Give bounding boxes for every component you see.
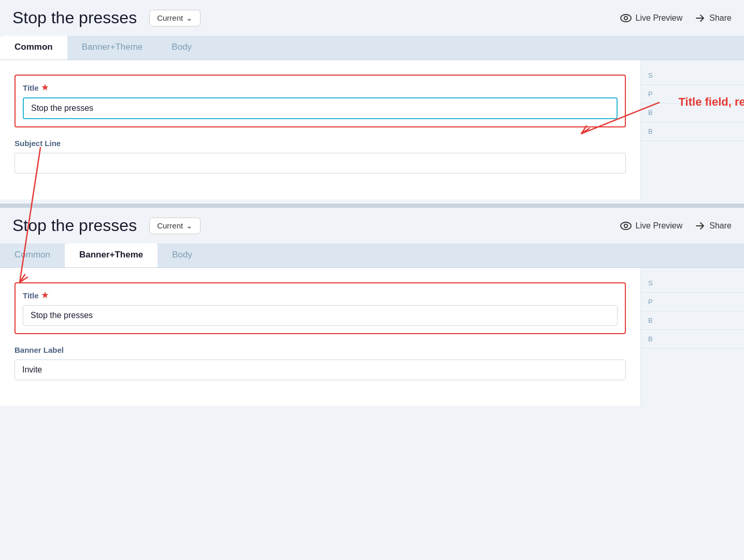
tab-banner-theme-bottom[interactable]: Banner+Theme xyxy=(65,243,158,267)
title-input-bottom[interactable] xyxy=(23,305,618,326)
panel-divider xyxy=(0,204,744,208)
current-dropdown-top[interactable]: Current ⌄ xyxy=(149,10,201,26)
share-button-bottom[interactable]: Share xyxy=(695,221,732,231)
live-preview-button-top[interactable]: Live Preview xyxy=(620,13,683,23)
live-preview-label-bottom: Live Preview xyxy=(636,221,683,231)
right-panel-item-b1: B xyxy=(641,104,744,122)
chevron-down-icon-top: ⌄ xyxy=(186,13,193,23)
header-bottom: Stop the presses Current ⌄ Live Preview xyxy=(0,208,744,243)
main-container: Stop the presses Current ⌄ Live Preview xyxy=(0,0,744,410)
tab-banner-theme-top[interactable]: Banner+Theme xyxy=(67,36,158,60)
required-star-top: ★ xyxy=(41,83,48,92)
subject-line-label-top: Subject Line xyxy=(15,139,626,148)
header-right-bottom: Live Preview Share xyxy=(620,221,732,231)
right-panel-top: S P B B xyxy=(640,60,744,199)
page-title-bottom: Stop the presses xyxy=(12,216,137,235)
right-panel-item-b2: B xyxy=(641,122,744,141)
tab-common-bottom[interactable]: Common xyxy=(0,243,65,267)
right-panel-bottom-p: P xyxy=(641,293,744,311)
title-annotation-container-top: Title ★ Title field, repeated on each ta… xyxy=(15,75,626,127)
right-panel-item-s: S xyxy=(641,66,744,85)
share-button-top[interactable]: Share xyxy=(695,13,732,23)
banner-label-input-bottom[interactable] xyxy=(15,360,626,380)
share-label-top: Share xyxy=(709,13,732,23)
tab-body-top[interactable]: Body xyxy=(157,36,206,60)
content-wrap-bottom: Title ★ xyxy=(0,268,744,406)
dropdown-label-top: Current xyxy=(157,13,183,22)
tab-body-bottom[interactable]: Body xyxy=(158,243,207,267)
panel-bottom: Stop the presses Current ⌄ Live Preview xyxy=(0,208,744,410)
title-field-box-top: Title ★ xyxy=(15,75,626,127)
eye-icon-top xyxy=(620,14,632,22)
tabs-row-bottom: Common Banner+Theme Body xyxy=(0,243,744,268)
right-panel-bottom-b1: B xyxy=(641,311,744,330)
current-dropdown-bottom[interactable]: Current ⌄ xyxy=(149,218,201,234)
tabs-row-top: Common Banner+Theme Body xyxy=(0,36,744,60)
header-right-top: Live Preview Share xyxy=(620,13,732,23)
required-star-bottom: ★ xyxy=(41,291,48,300)
title-label-top: Title ★ xyxy=(23,83,618,92)
form-area-bottom: Title ★ xyxy=(0,268,640,406)
banner-label-group-bottom: Banner Label xyxy=(15,346,626,380)
right-panel-bottom-b2: B xyxy=(641,330,744,349)
share-label-bottom: Share xyxy=(709,221,732,231)
share-icon-bottom xyxy=(695,221,705,231)
dropdown-label-bottom: Current xyxy=(157,221,183,230)
svg-point-3 xyxy=(624,224,627,227)
live-preview-label-top: Live Preview xyxy=(636,13,683,23)
svg-point-2 xyxy=(621,222,631,229)
share-icon-top xyxy=(695,13,705,23)
right-panel-bottom-s: S xyxy=(641,274,744,293)
content-wrap-top: Title ★ Title field, repeated on each ta… xyxy=(0,60,744,199)
header-top: Stop the presses Current ⌄ Live Preview xyxy=(0,0,744,36)
title-input-top[interactable] xyxy=(23,97,618,119)
live-preview-button-bottom[interactable]: Live Preview xyxy=(620,221,683,231)
form-area-top: Title ★ Title field, repeated on each ta… xyxy=(0,60,640,199)
eye-icon-bottom xyxy=(620,222,632,230)
chevron-down-icon-bottom: ⌄ xyxy=(186,221,193,231)
subject-line-input-top[interactable] xyxy=(15,153,626,174)
svg-point-0 xyxy=(621,15,631,22)
right-panel-bottom: S P B B xyxy=(640,268,744,406)
right-panel-item-p: P xyxy=(641,85,744,104)
subject-line-group-top: Subject Line xyxy=(15,139,626,174)
tab-common-top[interactable]: Common xyxy=(0,36,67,60)
title-field-box-bottom: Title ★ xyxy=(15,282,626,334)
title-label-bottom: Title ★ xyxy=(23,291,618,300)
title-annotation-container-bottom: Title ★ xyxy=(15,282,626,334)
panel-top: Stop the presses Current ⌄ Live Preview xyxy=(0,0,744,204)
svg-point-1 xyxy=(624,16,627,19)
banner-label-label-bottom: Banner Label xyxy=(15,346,626,354)
page-title-top: Stop the presses xyxy=(12,8,137,27)
